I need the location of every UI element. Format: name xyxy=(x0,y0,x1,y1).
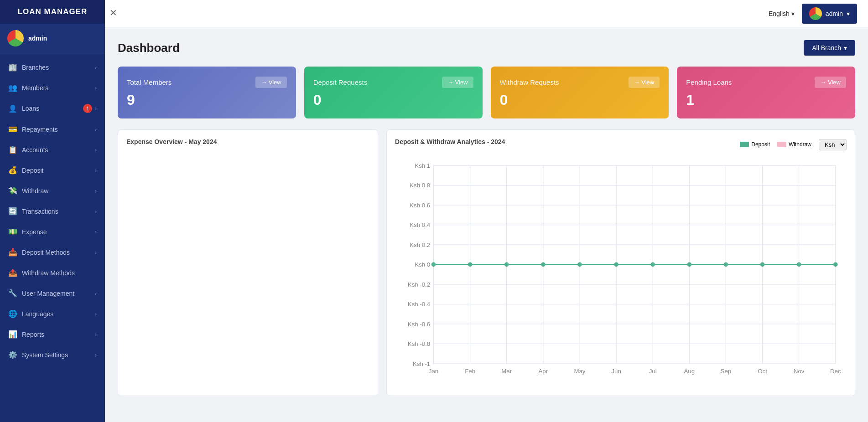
stat-card-value-total-members: 9 xyxy=(127,92,287,108)
sidebar-item-left-user-management: 🔧 User Management xyxy=(8,289,74,298)
sidebar-icon-reports: 📊 xyxy=(8,330,17,339)
sidebar-chevron-deposit: › xyxy=(95,168,97,173)
branch-label: All Branch xyxy=(812,44,841,51)
legend-deposit-color xyxy=(740,142,749,147)
main-area: ✕ English ▾ admin ▾ Dashboard All Branch… xyxy=(105,0,868,422)
sidebar-item-left-transactions: 🔄 Transactions xyxy=(8,207,58,216)
x-label-0: Jan xyxy=(429,368,438,375)
sidebar-item-system-settings[interactable]: ⚙️ System Settings › xyxy=(0,345,105,365)
stat-card-view-pending-loans[interactable]: → View xyxy=(815,77,846,88)
sidebar-label-loans: Loans xyxy=(22,105,39,112)
sidebar-icon-loans: 👤 xyxy=(8,104,17,113)
sidebar-item-left-accounts: 📋 Accounts xyxy=(8,145,48,154)
admin-button[interactable]: admin ▾ xyxy=(802,4,857,24)
charts-row: Expense Overview - May 2024 Deposit & Wi… xyxy=(118,129,855,396)
sidebar-item-accounts[interactable]: 📋 Accounts › xyxy=(0,139,105,160)
y-label-10: Ksh -1 xyxy=(413,360,430,367)
sidebar-icon-deposit: 💰 xyxy=(8,166,17,175)
stat-card-view-withdraw-requests[interactable]: → View xyxy=(629,77,660,88)
sidebar-label-system-settings: System Settings xyxy=(22,351,68,359)
stat-card-total-members: Total Members → View 9 xyxy=(118,67,296,118)
deposit-dot-2 xyxy=(504,262,509,267)
sidebar-icon-languages: 🌐 xyxy=(8,309,17,318)
x-label-9: Oct xyxy=(758,368,767,375)
y-label-1: Ksh 0.8 xyxy=(410,182,430,189)
sidebar-chevron-loans: › xyxy=(95,106,97,111)
sidebar-chevron-reports: › xyxy=(95,332,97,337)
language-arrow-icon: ▾ xyxy=(791,10,795,17)
deposit-dot-8 xyxy=(724,262,728,267)
close-button[interactable]: ✕ xyxy=(109,7,117,18)
sidebar-item-left-withdraw-methods: 📤 Withdraw Methods xyxy=(8,268,75,277)
sidebar-item-left-branches: 🏢 Branches xyxy=(8,63,49,72)
language-label: English xyxy=(769,10,790,17)
sidebar-chevron-languages: › xyxy=(95,311,97,317)
stat-card-value-pending-loans: 1 xyxy=(686,92,846,108)
y-label-5: Ksh 0 xyxy=(415,261,430,268)
sidebar-item-withdraw[interactable]: 💸 Withdraw › xyxy=(0,180,105,201)
expense-chart-card: Expense Overview - May 2024 xyxy=(118,129,378,396)
stat-card-withdraw-requests: Withdraw Requests → View 0 xyxy=(491,67,669,118)
sidebar-label-accounts: Accounts xyxy=(22,146,48,154)
sidebar-icon-withdraw-methods: 📤 xyxy=(8,268,17,277)
sidebar-item-branches[interactable]: 🏢 Branches › xyxy=(0,57,105,77)
stat-card-value-deposit-requests: 0 xyxy=(313,92,473,108)
stat-card-label-pending-loans: Pending Loans xyxy=(686,78,732,86)
sidebar-item-repayments[interactable]: 💳 Repayments › xyxy=(0,119,105,139)
sidebar-item-reports[interactable]: 📊 Reports › xyxy=(0,324,105,345)
sidebar-item-user-management[interactable]: 🔧 User Management › xyxy=(0,283,105,304)
sidebar: LOAN MANAGER admin 🏢 Branches › 👥 Member… xyxy=(0,0,105,422)
sidebar-item-languages[interactable]: 🌐 Languages › xyxy=(0,304,105,324)
y-label-7: Ksh -0.4 xyxy=(408,301,430,308)
sidebar-item-deposit[interactable]: 💰 Deposit › xyxy=(0,160,105,180)
sidebar-item-left-reports: 📊 Reports xyxy=(8,330,44,339)
deposit-dot-0 xyxy=(431,262,436,267)
sidebar-username: admin xyxy=(28,35,47,42)
deposit-dot-7 xyxy=(687,262,692,267)
sidebar-icon-deposit-methods: 📥 xyxy=(8,248,17,257)
sidebar-item-left-deposit-methods: 📥 Deposit Methods xyxy=(8,248,70,257)
sidebar-icon-members: 👥 xyxy=(8,83,17,92)
sidebar-item-loans[interactable]: 👤 Loans 1 › xyxy=(0,98,105,119)
sidebar-item-expense[interactable]: 💵 Expense › xyxy=(0,221,105,242)
sidebar-icon-branches: 🏢 xyxy=(8,63,17,72)
language-selector[interactable]: English ▾ xyxy=(769,10,795,17)
stat-card-view-total-members[interactable]: → View xyxy=(255,77,287,88)
analytics-chart-title: Deposit & Withdraw Analytics - 2024 xyxy=(395,138,505,145)
sidebar-user: admin xyxy=(0,24,105,53)
sidebar-chevron-expense: › xyxy=(95,229,97,235)
x-axis: JanFebMarAprMayJunJulAugSepOctNovDec xyxy=(429,165,841,375)
dashboard: Dashboard All Branch ▾ Total Members → V… xyxy=(105,27,868,422)
legend-withdraw-label: Withdraw xyxy=(789,141,811,148)
sidebar-chevron-user-management: › xyxy=(95,291,97,296)
x-label-4: May xyxy=(574,368,585,375)
stat-card-label-deposit-requests: Deposit Requests xyxy=(313,78,367,86)
x-label-8: Sep xyxy=(721,368,732,375)
deposit-dot-5 xyxy=(614,262,619,267)
deposit-dot-4 xyxy=(577,262,582,267)
stat-card-view-deposit-requests[interactable]: → View xyxy=(442,77,473,88)
currency-select[interactable]: Ksh xyxy=(819,139,847,150)
sidebar-label-reports: Reports xyxy=(22,331,44,338)
y-label-2: Ksh 0.6 xyxy=(410,202,430,209)
sidebar-item-left-languages: 🌐 Languages xyxy=(8,309,53,318)
sidebar-item-members[interactable]: 👥 Members › xyxy=(0,77,105,98)
sidebar-item-left-members: 👥 Members xyxy=(8,83,48,92)
dashboard-header: Dashboard All Branch ▾ xyxy=(118,40,855,56)
x-label-3: Apr xyxy=(539,368,548,375)
sidebar-icon-system-settings: ⚙️ xyxy=(8,350,17,359)
y-label-9: Ksh -0.8 xyxy=(408,340,430,347)
sidebar-item-withdraw-methods[interactable]: 📤 Withdraw Methods xyxy=(0,262,105,283)
sidebar-label-deposit: Deposit xyxy=(22,167,43,174)
sidebar-chevron-withdraw: › xyxy=(95,188,97,194)
y-label-6: Ksh -0.2 xyxy=(408,281,430,288)
sidebar-item-deposit-methods[interactable]: 📥 Deposit Methods › xyxy=(0,242,105,262)
deposit-dot-9 xyxy=(760,262,765,267)
app-title-text: LOAN MANAGER xyxy=(18,7,88,16)
sidebar-icon-accounts: 📋 xyxy=(8,145,17,154)
branch-selector-button[interactable]: All Branch ▾ xyxy=(804,40,855,56)
deposit-dot-11 xyxy=(833,262,838,267)
sidebar-label-deposit-methods: Deposit Methods xyxy=(22,249,70,256)
sidebar-chevron-system-settings: › xyxy=(95,352,97,358)
sidebar-item-transactions[interactable]: 🔄 Transactions › xyxy=(0,201,105,221)
